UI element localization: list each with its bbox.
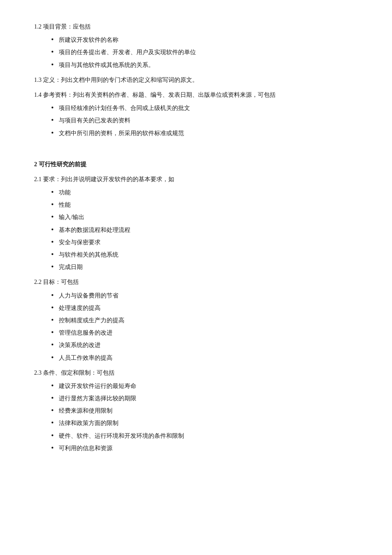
bullets-1-4: 项目经核准的计划任务书、合同或上级机关的批文 与项目有关的已发表的资料 文档中所… [34,103,358,139]
bullet-1-2-2: 项目的任务提出者、开发者、用户及实现软件的单位 [51,47,358,58]
bullet-2-3-4: 法律和政策方面的限制 [51,418,358,428]
bullet-2-2-3: 控制精度或生产力的提高 [51,315,358,326]
section-1-2: 1.2 项目背景：应包括 所建议开发软件的名称 项目的任务提出者、开发者、用户及… [34,21,358,70]
bullet-2-2-6: 人员工作效率的提高 [51,353,358,363]
bullets-2-3: 建议开发软件运行的最短寿命 进行显然方案选择比较的期限 经费来源和使用限制 法律… [34,381,358,454]
bullet-2-2-2: 处理速度的提高 [51,303,358,313]
section-2-3: 2.3 条件、假定和限制：可包括 建议开发软件运行的最短寿命 进行显然方案选择比… [34,367,358,454]
heading-2-1: 2.1 要求：列出并说明建议开发软件的的基本要求，如 [34,174,358,185]
section-1-4: 1.4 参考资料：列出有关资料的作者、标题、编号、发表日期、出版单位或资料来源，… [34,90,358,139]
bullets-2-2: 人力与设备费用的节省 处理速度的提高 控制精度或生产力的提高 管理信息服务的改进… [34,290,358,363]
heading-2-3: 2.3 条件、假定和限制：可包括 [34,367,358,378]
bullet-1-4-1: 项目经核准的计划任务书、合同或上级机关的批文 [51,103,358,113]
bullet-1-2-3: 项目与其他软件或其他系统的关系。 [51,60,358,70]
bullet-2-2-1: 人力与设备费用的节省 [51,290,358,301]
bullet-2-1-4: 基本的数据流程和处理流程 [51,225,358,235]
bullets-1-2: 所建议开发软件的名称 项目的任务提出者、开发者、用户及实现软件的单位 项目与其他… [34,35,358,70]
section-2-2: 2.2 目标：可包括 人力与设备费用的节省 处理速度的提高 控制精度或生产力的提… [34,277,358,363]
bullet-2-3-3: 经费来源和使用限制 [51,405,358,416]
bullet-2-3-2: 进行显然方案选择比较的期限 [51,393,358,404]
bullet-2-1-3: 输入/输出 [51,212,358,223]
bullet-2-1-7: 完成日期 [51,262,358,272]
bullet-1-2-1: 所建议开发软件的名称 [51,35,358,45]
heading-1-2: 1.2 项目背景：应包括 [34,21,358,32]
bullet-2-1-2: 性能 [51,199,358,210]
bullets-2-1: 功能 性能 输入/输出 基本的数据流程和处理流程 安全与保密要求 与软件相关的其… [34,187,358,272]
bullet-2-3-6: 可利用的信息和资源 [51,443,358,454]
bullet-2-1-6: 与软件相关的其他系统 [51,249,358,260]
bullet-1-4-2: 与项目有关的已发表的资料 [51,115,358,126]
bullet-2-3-1: 建议开发软件运行的最短寿命 [51,381,358,391]
bullet-2-2-4: 管理信息服务的改进 [51,327,358,338]
bullet-2-2-5: 决策系统的改进 [51,340,358,350]
heading-1-3: 1.3 定义：列出文档中用到的专门术语的定义和缩写词的原文。 [34,75,358,85]
bullet-2-1-5: 安全与保密要求 [51,237,358,248]
section-2-1: 2.1 要求：列出并说明建议开发软件的的基本要求，如 功能 性能 输入/输出 基… [34,174,358,273]
bullet-2-3-5: 硬件、软件、运行环境和开发环境的条件和限制 [51,431,358,441]
bullet-1-4-3: 文档中所引用的资料，所采用的软件标准或规范 [51,128,358,139]
heading-2-2: 2.2 目标：可包括 [34,277,358,287]
section-1-3: 1.3 定义：列出文档中用到的专门术语的定义和缩写词的原文。 [34,75,358,85]
heading-major-2: 2 可行性研究的前提 [34,159,358,170]
bullet-2-1-1: 功能 [51,187,358,198]
major-section-2: 2 可行性研究的前提 2.1 要求：列出并说明建议开发软件的的基本要求，如 功能… [34,159,358,454]
heading-1-4: 1.4 参考资料：列出有关资料的作者、标题、编号、发表日期、出版单位或资料来源，… [34,90,358,100]
